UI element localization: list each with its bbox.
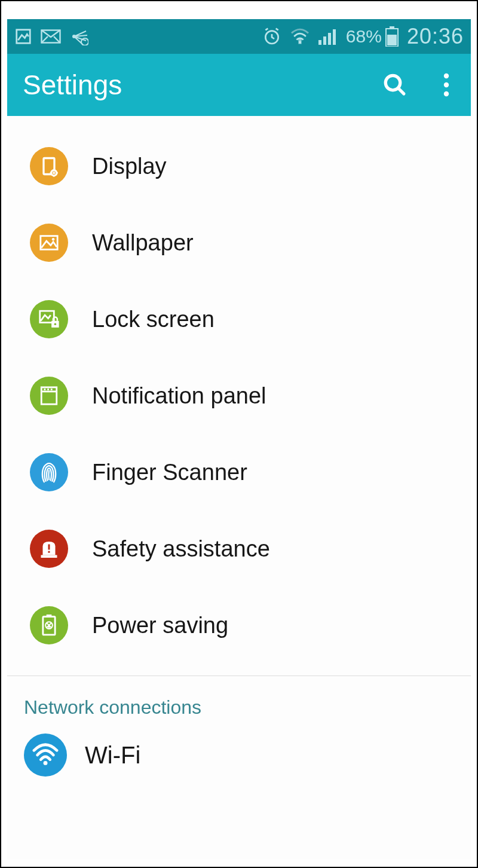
svg-point-18 <box>444 91 449 96</box>
svg-rect-9 <box>328 33 331 45</box>
wifi-icon <box>290 28 310 45</box>
display-icon <box>30 147 68 185</box>
lock-screen-icon <box>30 300 68 338</box>
svg-rect-40 <box>47 615 52 617</box>
app-bar: Settings <box>7 54 471 116</box>
fingerprint-icon <box>30 453 68 491</box>
svg-line-4 <box>265 29 268 30</box>
settings-item-wifi[interactable]: Wi-Fi <box>7 722 471 788</box>
alarm-icon <box>262 27 281 46</box>
section-header-network: Network connections <box>7 676 471 722</box>
settings-item-label: Wallpaper <box>92 230 194 256</box>
settings-item-label: Notification panel <box>92 383 266 409</box>
settings-item-label: Wi-Fi <box>85 742 140 769</box>
wallpaper-icon <box>30 224 68 262</box>
svg-rect-38 <box>48 551 50 553</box>
svg-rect-37 <box>48 545 50 550</box>
overflow-menu-icon[interactable] <box>443 73 449 97</box>
settings-item-label: Finger Scanner <box>92 460 247 485</box>
settings-item-sounds[interactable]: Sounds and notifications <box>7 116 471 128</box>
svg-point-17 <box>444 82 449 87</box>
svg-rect-7 <box>318 40 321 45</box>
power-saving-icon <box>30 606 68 644</box>
svg-rect-8 <box>323 36 326 45</box>
notification-panel-icon <box>30 377 68 415</box>
settings-item-lock-screen[interactable]: Lock screen <box>7 281 471 357</box>
status-bar: 68% 20:36 <box>7 19 471 54</box>
svg-line-15 <box>398 88 404 94</box>
settings-item-label: Safety assistance <box>92 536 270 562</box>
settings-item-display[interactable]: Display <box>7 128 471 204</box>
settings-item-finger-scanner[interactable]: Finger Scanner <box>7 434 471 511</box>
battery-percent: 68% <box>346 26 382 47</box>
wifi-circle-icon <box>24 733 67 777</box>
safety-icon <box>30 530 68 568</box>
settings-list[interactable]: Sounds and notifications Display Wallpap… <box>7 116 471 860</box>
image-icon <box>14 27 32 45</box>
settings-item-notification-panel[interactable]: Notification panel <box>7 357 471 434</box>
svg-point-25 <box>53 172 55 174</box>
settings-item-label: Display <box>92 154 167 179</box>
settings-item-label: Power saving <box>92 613 228 638</box>
svg-rect-10 <box>333 29 336 45</box>
clock: 20:36 <box>407 24 464 49</box>
svg-rect-36 <box>41 555 57 558</box>
svg-point-27 <box>52 238 55 241</box>
signal-icon <box>318 28 338 45</box>
settings-item-safety-assistance[interactable]: Safety assistance <box>7 511 471 587</box>
svg-point-41 <box>44 761 48 765</box>
activity-icon <box>69 27 88 45</box>
settings-item-wallpaper[interactable]: Wallpaper <box>7 204 471 281</box>
section-header-label: Network connections <box>24 696 201 718</box>
search-icon[interactable] <box>382 72 407 97</box>
settings-item-power-saving[interactable]: Power saving <box>7 587 471 664</box>
settings-item-label: Lock screen <box>92 307 215 332</box>
svg-point-16 <box>444 74 449 78</box>
svg-rect-13 <box>387 35 397 45</box>
battery-icon <box>385 26 399 47</box>
mail-icon <box>41 29 61 44</box>
svg-line-5 <box>276 29 278 30</box>
svg-point-30 <box>54 323 57 326</box>
page-title: Settings <box>23 69 382 101</box>
